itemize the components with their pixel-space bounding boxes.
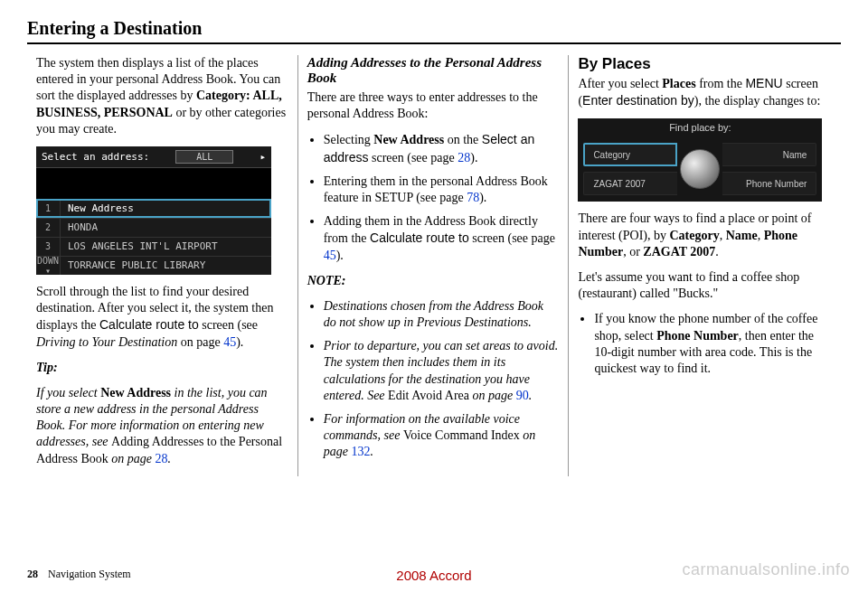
t: Edit Avoid Area	[388, 389, 469, 402]
t: MENU	[745, 76, 782, 90]
t: screen (see page	[469, 231, 555, 245]
page-link[interactable]: 132	[351, 445, 370, 458]
note-label: NOTE:	[307, 273, 560, 289]
phone-number-button: Phone Number	[722, 172, 816, 195]
t: Phone Number	[656, 329, 739, 343]
find-place-screenshot: Find place by: Category Name ZAGAT 2007 …	[578, 118, 822, 202]
t: screen (see page	[369, 151, 458, 164]
model-year: 2008 Accord	[396, 568, 471, 583]
col2-bullet-2: Entering them in the personal Address Bo…	[324, 174, 560, 206]
t: Enter destination by	[582, 93, 694, 108]
note-1: Destinations chosen from the Address Boo…	[324, 298, 560, 331]
t: on page	[469, 389, 516, 402]
t: ,	[758, 229, 764, 242]
col1-p1: The system then displays a list of the p…	[36, 55, 288, 137]
zagat-button: ZAGAT 2007	[583, 172, 677, 195]
list-row-4: DOWN ▾ TORRANCE PUBLIC LIBRARY	[36, 256, 271, 275]
t: If you select	[36, 386, 100, 399]
col3-bullet-1: If you know the phone number of the coff…	[594, 311, 831, 377]
t: , or	[623, 245, 643, 258]
page-link[interactable]: 45	[223, 335, 236, 349]
t: .	[370, 445, 373, 458]
row-label: New Address	[61, 202, 134, 214]
t: from the	[696, 77, 746, 90]
t: ZAGAT 2007	[643, 245, 715, 258]
t: .	[167, 452, 171, 465]
list-row-2: 2 HONDA	[36, 218, 271, 237]
category-badge: ALL	[175, 150, 233, 164]
row-num: 1	[36, 200, 61, 218]
col2-bullet-3: Adding them in the Address Book directly…	[324, 213, 560, 264]
t: ).	[336, 249, 344, 262]
page-link[interactable]: 28	[458, 151, 470, 164]
t: ,	[720, 229, 726, 242]
t: ), the display changes to:	[694, 94, 821, 108]
blank-input-area	[36, 168, 271, 199]
col3-p3: Let's assume you want to find a coffee s…	[578, 269, 831, 302]
t: New Address	[100, 386, 171, 399]
tip-body: If you select New Address in the list, y…	[36, 385, 288, 467]
t: .	[715, 245, 719, 258]
row-label: LOS ANGELES INT'L AIRPORT	[61, 240, 218, 252]
page-link[interactable]: 78	[467, 191, 479, 204]
col2-heading: Adding Addresses to the Personal Address…	[307, 55, 560, 86]
note-2: Prior to departure, you can set areas to…	[324, 338, 560, 404]
select-address-prompt: Select an address:	[42, 151, 149, 163]
t: ).	[479, 191, 486, 204]
t: After you select	[578, 77, 662, 90]
col3-heading: By Places	[578, 55, 831, 73]
t: on the	[444, 133, 482, 146]
find-place-title: Find place by:	[578, 118, 822, 142]
row-num: 2	[36, 219, 61, 237]
section-label: Navigation System	[48, 568, 131, 580]
down-icon: DOWN ▾	[36, 257, 61, 275]
page-link[interactable]: 90	[516, 389, 529, 402]
t: Places	[662, 77, 695, 90]
select-address-screenshot: Select an address: ALL ▸ 1 New Address 2…	[36, 146, 271, 275]
t: Voice Command Index	[403, 428, 520, 442]
col2-intro: There are three ways to enter addresses …	[307, 89, 560, 122]
right-arrow-icon: ▸	[259, 151, 266, 163]
col1-p2: Scroll through the list to find your des…	[36, 284, 288, 351]
page-number: 28	[27, 568, 38, 580]
t: Category	[669, 229, 719, 242]
category-button: Category	[583, 143, 677, 166]
t: on page	[177, 335, 223, 349]
t: Selecting	[324, 133, 374, 146]
page-link[interactable]: 28	[155, 452, 167, 465]
t: New Address	[373, 133, 444, 146]
column-2: Adding Addresses to the Personal Address…	[298, 55, 570, 476]
row-num: 3	[36, 238, 61, 256]
t: ).	[236, 335, 243, 349]
t: Entering them in the personal Address Bo…	[324, 174, 548, 204]
name-button: Name	[722, 143, 816, 166]
col3-p1: After you select Places from the MENU sc…	[578, 75, 831, 109]
row-label: TORRANCE PUBLIC LIBRARY	[61, 259, 205, 271]
row-label: HONDA	[61, 221, 98, 233]
t: screen (see	[199, 318, 258, 332]
page-title: Entering a Destination	[27, 18, 841, 44]
t: .	[529, 389, 533, 402]
list-row-3: 3 LOS ANGELES INT'L AIRPORT	[36, 237, 271, 256]
t: Driving to Your Destination	[36, 335, 177, 349]
t: Calculate route to	[99, 317, 199, 332]
watermark: carmanualsonline.info	[682, 560, 850, 579]
col3-p2: There are four ways to find a place or p…	[578, 211, 831, 260]
column-1: The system then displays a list of the p…	[27, 55, 298, 476]
t: on page	[108, 452, 156, 465]
column-3: By Places After you select Places from t…	[569, 55, 840, 476]
tip-label: Tip:	[36, 360, 288, 376]
t: ).	[470, 151, 477, 164]
list-row-1: 1 New Address	[36, 199, 271, 218]
selector-knob-icon	[680, 149, 720, 189]
t: Name	[726, 229, 758, 242]
t: Calculate route to	[370, 230, 469, 245]
note-3: For information on the available voice c…	[324, 411, 560, 461]
page-link[interactable]: 45	[324, 249, 336, 262]
col2-bullet-1: Selecting New Address on the Select an a…	[324, 131, 560, 165]
